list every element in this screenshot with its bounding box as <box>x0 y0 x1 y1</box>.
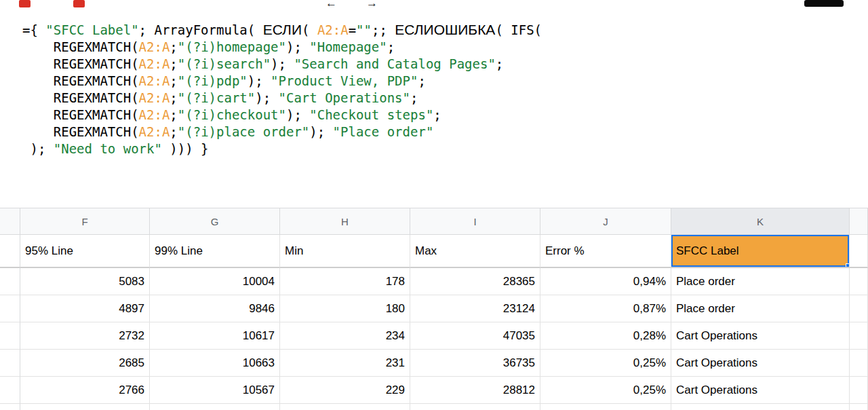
arrow-right-icon[interactable]: → <box>366 0 378 9</box>
cell-empty[interactable] <box>850 350 868 377</box>
field-row: 95% Line99% LineMinMaxError %SFCC Label <box>0 235 868 268</box>
formula-token: A2:A <box>317 22 349 37</box>
column-header-G[interactable]: G <box>150 208 280 235</box>
data-cell[interactable]: 23124 <box>410 295 540 322</box>
data-cell[interactable]: 2732 <box>20 322 150 350</box>
cell-empty[interactable] <box>850 377 868 404</box>
data-cell[interactable]: 0,94% <box>540 268 671 295</box>
formula-token: "Search and Catalog Pages" <box>294 56 495 71</box>
formula-token: ); <box>286 39 309 54</box>
field-cell[interactable]: Min <box>280 235 410 268</box>
corner-cell[interactable] <box>0 208 20 235</box>
formula-token: ; <box>170 39 177 54</box>
black-bar <box>804 0 844 7</box>
data-cell[interactable]: 229 <box>280 377 410 404</box>
field-cell[interactable]: 99% Line <box>150 235 280 268</box>
cell-empty[interactable] <box>850 295 868 322</box>
formula-token: REGEXMATCH( <box>22 124 139 139</box>
formula-line: REGEXMATCH(A2:A;"(?i)homepage"); "Homepa… <box>22 39 868 56</box>
fill-handle[interactable] <box>846 263 850 268</box>
red-icon[interactable] <box>19 0 31 7</box>
field-cell[interactable]: Error % <box>540 235 671 268</box>
red-icon[interactable] <box>73 0 85 7</box>
data-cell[interactable]: 10617 <box>150 322 280 350</box>
column-header-F[interactable]: F <box>20 208 150 235</box>
data-cell[interactable]: 0,25% <box>540 377 671 404</box>
cell-partial <box>540 404 671 410</box>
formula-token: "(?i)search" <box>178 56 271 71</box>
data-cell[interactable]: 0,87% <box>540 295 671 322</box>
formula-line: REGEXMATCH(A2:A;"(?i)checkout"); "Checko… <box>22 107 868 124</box>
formula-token: ; ArrayFormula( <box>139 22 263 37</box>
cell-empty[interactable] <box>850 322 868 350</box>
formula-line: REGEXMATCH(A2:A;"(?i)cart"); "Cart Opera… <box>22 90 868 107</box>
cell-empty[interactable] <box>850 235 868 268</box>
formula-token: "(?i)cart" <box>178 90 255 105</box>
row-header[interactable] <box>0 322 20 350</box>
field-cell[interactable]: 95% Line <box>20 235 150 268</box>
cell-partial <box>410 404 540 410</box>
formula-token: ЕСЛИОШИБКА <box>395 22 495 37</box>
formula-token: ; <box>496 56 503 71</box>
data-cell[interactable]: 28812 <box>410 377 540 404</box>
table-row: 268510663231367350,25%Cart Operations <box>0 350 868 377</box>
data-cell[interactable]: 5083 <box>20 268 150 295</box>
data-cell[interactable]: 9846 <box>150 295 280 322</box>
cropped-toolbar: ← → <box>0 0 868 10</box>
formula-token: "Checkout steps" <box>309 107 433 122</box>
row-header[interactable] <box>0 235 20 268</box>
formula-token: = <box>349 22 356 37</box>
column-header-H[interactable]: H <box>280 208 410 235</box>
cell-partial <box>0 404 20 410</box>
data-cell[interactable]: 234 <box>280 322 410 350</box>
table-row: 508310004178283650,94%Place order <box>0 268 868 295</box>
column-header-partial[interactable] <box>850 208 868 235</box>
formula-token: ); <box>22 141 54 156</box>
data-cell[interactable]: 10567 <box>150 377 280 404</box>
data-cell[interactable]: 36735 <box>410 350 540 377</box>
row-header[interactable] <box>0 268 20 295</box>
data-cell[interactable]: 47035 <box>410 322 540 350</box>
cell-empty[interactable] <box>850 268 868 295</box>
formula-line: ); "Need to work" ))) } <box>22 141 868 157</box>
data-cell[interactable]: 0,28% <box>540 322 671 350</box>
formula-token: "Homepage" <box>309 39 387 54</box>
formula-token: ); <box>286 107 309 122</box>
data-cell[interactable]: Place order <box>671 268 850 295</box>
data-cell[interactable]: 28365 <box>410 268 540 295</box>
data-cell[interactable]: 10663 <box>150 350 280 377</box>
data-cell[interactable]: 2766 <box>20 377 150 404</box>
data-cell[interactable]: 0,25% <box>540 350 671 377</box>
table-row: 48979846180231240,87%Place order <box>0 295 868 322</box>
arrow-left-icon[interactable]: ← <box>326 0 337 9</box>
field-cell[interactable]: Max <box>410 235 540 268</box>
cell-partial <box>150 404 280 410</box>
data-cell[interactable]: Cart Operations <box>671 322 850 350</box>
row-header[interactable] <box>0 295 20 322</box>
formula-token: ; <box>170 90 177 105</box>
formula-token: REGEXMATCH( <box>22 73 139 88</box>
row-header[interactable] <box>0 377 20 404</box>
formula-token: ; <box>170 107 177 122</box>
formula-token: A2:A <box>139 107 170 122</box>
row-header[interactable] <box>0 350 20 377</box>
data-cell[interactable]: Cart Operations <box>671 350 850 377</box>
formula-editor[interactable]: ={ "SFCC Label"; ArrayFormula( ЕСЛИ( A2:… <box>22 21 868 157</box>
data-cell[interactable]: 4897 <box>20 295 150 322</box>
column-header-K[interactable]: K <box>671 208 850 235</box>
data-cell[interactable]: 180 <box>280 295 410 322</box>
cell-partial <box>850 404 868 410</box>
formula-token: ЕСЛИ <box>263 22 302 37</box>
formula-token: "" <box>356 22 372 37</box>
selected-cell[interactable]: SFCC Label <box>671 235 850 268</box>
data-cell[interactable]: Place order <box>671 295 850 322</box>
data-cell[interactable]: 10004 <box>150 268 280 295</box>
column-header-I[interactable]: I <box>410 208 540 235</box>
data-cell[interactable]: Cart Operations <box>671 377 850 404</box>
data-cell[interactable]: 231 <box>280 350 410 377</box>
formula-token: ; <box>387 39 395 54</box>
column-header-J[interactable]: J <box>540 208 671 235</box>
formula-token: ; <box>410 90 418 105</box>
data-cell[interactable]: 2685 <box>20 350 150 377</box>
data-cell[interactable]: 178 <box>280 268 410 295</box>
